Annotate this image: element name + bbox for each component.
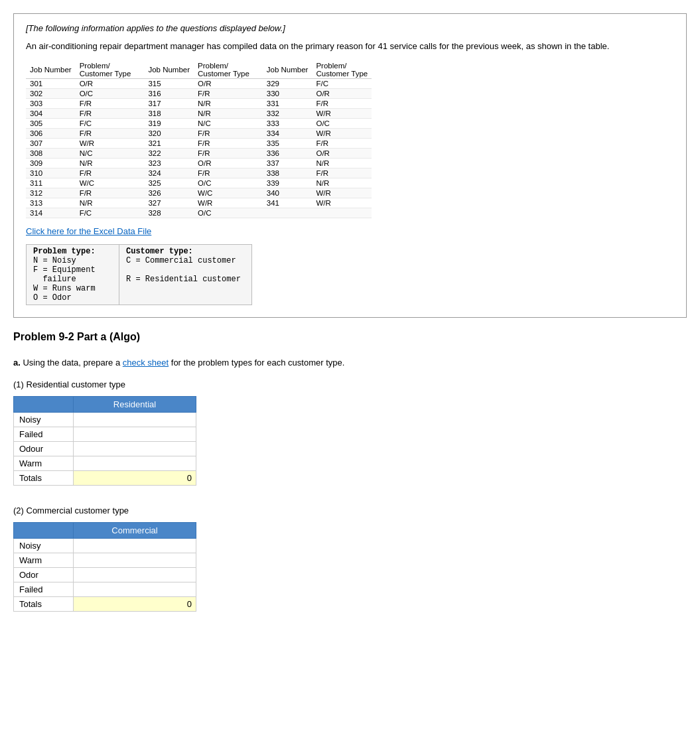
table-cell: F/R [194, 128, 263, 138]
table-cell: 336 [263, 148, 313, 158]
col1-type-header: Problem/Customer Type [76, 61, 145, 79]
legend-table: Problem type: N = Noisy F = Equipment fa… [26, 244, 252, 305]
table-cell: 312 [26, 188, 76, 198]
table-cell: W/R [76, 138, 145, 148]
info-note: [The following information applies to th… [26, 23, 674, 33]
table-cell: F/C [312, 78, 372, 88]
table-cell: O/R [76, 78, 145, 88]
row-label: Odour [14, 442, 74, 456]
table-cell: F/C [76, 118, 145, 128]
table-cell: W/R [312, 128, 372, 138]
table-cell: N/R [194, 98, 263, 108]
residential-input[interactable] [79, 429, 190, 439]
row-label: Failed [14, 427, 74, 442]
commercial-label: (2) Commercial customer type [13, 506, 687, 515]
row-label: Noisy [14, 413, 74, 427]
input-cell[interactable] [74, 553, 196, 568]
table-cell: 333 [263, 118, 313, 128]
row-label: Warm [14, 456, 74, 471]
table-cell: F/R [76, 128, 145, 138]
table-cell: 306 [26, 128, 76, 138]
table-cell: W/C [76, 178, 145, 188]
commercial-input[interactable] [79, 570, 190, 580]
table-cell: 318 [144, 108, 194, 118]
table-cell: 304 [26, 108, 76, 118]
table-cell: 328 [144, 208, 194, 218]
table-cell: 308 [26, 148, 76, 158]
table-cell: F/R [194, 148, 263, 158]
table-cell: W/R [194, 198, 263, 208]
table-cell: 309 [26, 158, 76, 168]
col1-job-header: Job Number [26, 61, 76, 79]
customer-type-legend: Customer type: C = Commercial customer R… [119, 244, 252, 305]
table-cell: 335 [263, 138, 313, 148]
input-cell[interactable] [74, 427, 196, 442]
table-cell: 321 [144, 138, 194, 148]
data-table: Job Number Problem/Customer Type Job Num… [26, 61, 372, 218]
table-cell: O/C [76, 88, 145, 98]
residential-label: (1) Residential customer type [13, 379, 687, 389]
residential-input[interactable] [79, 444, 190, 454]
table-cell: 303 [26, 98, 76, 108]
row-label: Noisy [14, 539, 74, 553]
table-cell: F/R [194, 88, 263, 98]
table-cell: 330 [263, 88, 313, 98]
table-cell: 338 [263, 168, 313, 178]
table-cell: F/R [312, 98, 372, 108]
problem-type-legend: Problem type: N = Noisy F = Equipment fa… [27, 244, 119, 305]
commercial-empty-header [14, 523, 74, 539]
table-cell: 340 [263, 188, 313, 198]
totals-value: 0 [74, 471, 196, 486]
table-cell: F/R [194, 168, 263, 178]
table-cell: N/R [194, 108, 263, 118]
table-cell: 314 [26, 208, 76, 218]
table-cell: 325 [144, 178, 194, 188]
table-cell: O/R [312, 148, 372, 158]
table-cell: F/C [76, 208, 145, 218]
table-cell: 339 [263, 178, 313, 188]
table-cell: O/R [312, 88, 372, 98]
col2-job-header: Job Number [144, 61, 194, 79]
table-cell: F/R [76, 98, 145, 108]
description: An air-conditioning repair department ma… [26, 40, 674, 53]
input-cell[interactable] [74, 456, 196, 471]
table-cell: 313 [26, 198, 76, 208]
table-cell: N/R [76, 158, 145, 168]
input-cell[interactable] [74, 539, 196, 553]
table-cell: N/C [76, 148, 145, 158]
table-cell: 310 [26, 168, 76, 178]
table-cell: 329 [263, 78, 313, 88]
check-sheet-link[interactable]: check sheet [123, 358, 169, 368]
row-label: Odor [14, 568, 74, 582]
table-cell: O/R [194, 158, 263, 168]
residential-header: Residential [74, 397, 196, 413]
row-label: Failed [14, 582, 74, 597]
table-cell: 332 [263, 108, 313, 118]
table-cell: 301 [26, 78, 76, 88]
table-cell [263, 208, 313, 218]
table-cell: 317 [144, 98, 194, 108]
input-cell[interactable] [74, 568, 196, 582]
commercial-input[interactable] [79, 555, 190, 565]
table-cell: 334 [263, 128, 313, 138]
table-cell: 324 [144, 168, 194, 178]
info-box: [The following information applies to th… [13, 13, 687, 318]
residential-input[interactable] [79, 458, 190, 468]
residential-input[interactable] [79, 415, 190, 425]
input-cell[interactable] [74, 413, 196, 427]
totals-label: Totals [14, 471, 74, 486]
table-cell: F/R [76, 168, 145, 178]
table-cell: 322 [144, 148, 194, 158]
table-cell: F/R [312, 168, 372, 178]
commercial-input[interactable] [79, 541, 190, 551]
table-cell: F/R [194, 138, 263, 148]
input-cell[interactable] [74, 582, 196, 597]
table-cell: W/R [312, 108, 372, 118]
table-cell: 305 [26, 118, 76, 128]
table-cell: 327 [144, 198, 194, 208]
commercial-input[interactable] [79, 584, 190, 594]
input-cell[interactable] [74, 442, 196, 456]
table-cell: O/C [312, 118, 372, 128]
table-cell: 331 [263, 98, 313, 108]
excel-link[interactable]: Click here for the Excel Data File [26, 226, 151, 236]
